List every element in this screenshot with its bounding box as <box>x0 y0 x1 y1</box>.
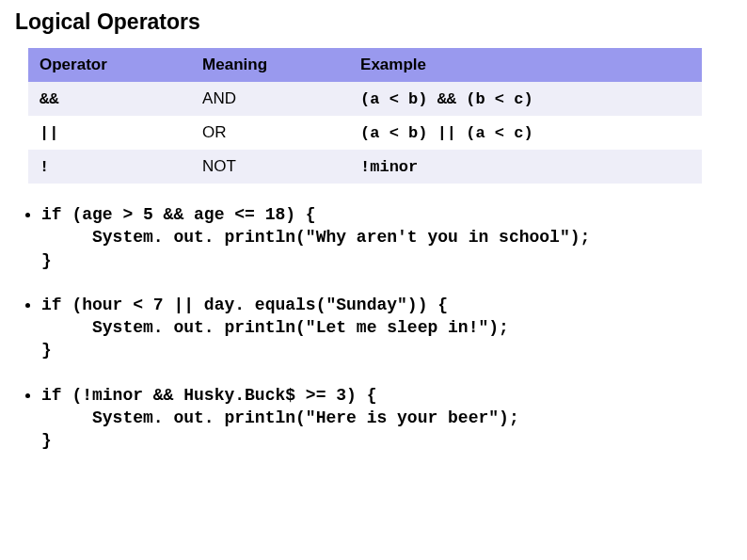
cell-operator: || <box>28 116 191 150</box>
cell-meaning: AND <box>191 82 349 116</box>
code-example: if (age > 5 && age <= 18) { System. out.… <box>41 202 732 272</box>
table-header-row: Operator Meaning Example <box>28 48 702 82</box>
code-example: if (!minor && Husky.Buck$ >= 3) { System… <box>41 383 732 453</box>
operators-table: Operator Meaning Example && AND (a < b) … <box>28 48 702 184</box>
cell-example: (a < b) || (a < c) <box>349 116 702 150</box>
code-examples-list: if (age > 5 && age <= 18) { System. out.… <box>15 202 732 453</box>
cell-example: !minor <box>349 150 702 184</box>
code-example: if (hour < 7 || day. equals("Sunday")) {… <box>41 293 732 362</box>
table-row: || OR (a < b) || (a < c) <box>28 116 702 150</box>
table-row: && AND (a < b) && (b < c) <box>28 82 702 116</box>
cell-meaning: NOT <box>191 150 349 184</box>
table-row: ! NOT !minor <box>28 150 702 184</box>
col-meaning: Meaning <box>191 48 349 82</box>
col-operator: Operator <box>28 48 191 82</box>
cell-meaning: OR <box>191 116 349 150</box>
cell-operator: ! <box>28 150 191 184</box>
cell-operator: && <box>28 82 191 116</box>
cell-example: (a < b) && (b < c) <box>349 82 702 116</box>
col-example: Example <box>349 48 702 82</box>
page-title: Logical Operators <box>15 9 732 35</box>
